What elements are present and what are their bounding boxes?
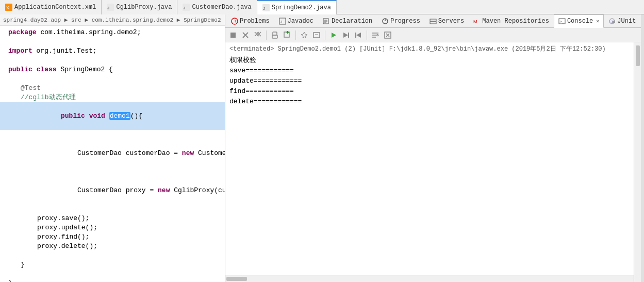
code-line-highlighted: public void demo1(){ bbox=[0, 102, 225, 130]
svg-rect-31 bbox=[273, 32, 277, 35]
console-header-text: <terminated> SpringDemo2.demo1 (2) [JUni… bbox=[229, 44, 630, 53]
junit-icon: JU bbox=[608, 18, 616, 25]
remove-all-button[interactable] bbox=[252, 29, 263, 41]
console-wrapper: <terminated> SpringDemo2.demo1 (2) [JUni… bbox=[225, 42, 641, 282]
console-output: 权限校验 save============ update============… bbox=[229, 55, 630, 107]
word-wrap-button[interactable] bbox=[370, 29, 381, 41]
code-line: package com.itheima.spring.demo2; bbox=[0, 28, 225, 37]
code-line bbox=[0, 74, 225, 84]
svg-marker-39 bbox=[332, 33, 336, 38]
toolbar-separator bbox=[266, 30, 267, 40]
code-line: proxy.update(); bbox=[0, 223, 225, 232]
java-icon-2: J bbox=[183, 4, 190, 11]
console-line-1: 权限校验 bbox=[229, 55, 630, 66]
tab-applicationContext[interactable]: X ApplicationContext.xml bbox=[0, 0, 102, 14]
remove-all-icon bbox=[254, 31, 262, 39]
vertical-scrollbar[interactable] bbox=[634, 42, 641, 282]
svg-text:JU: JU bbox=[610, 20, 616, 24]
new-console-button[interactable] bbox=[282, 29, 293, 41]
toolbar-separator-4 bbox=[367, 30, 367, 40]
code-line bbox=[0, 37, 225, 46]
new-console-icon bbox=[283, 31, 291, 39]
open-console-icon bbox=[312, 31, 321, 39]
svg-rect-17 bbox=[430, 19, 436, 21]
svg-rect-24 bbox=[230, 33, 236, 38]
eclipse-tab-bar: ! Problems J Javadoc Declaration bbox=[225, 14, 641, 28]
svg-marker-40 bbox=[343, 33, 348, 38]
pin-console-button[interactable] bbox=[299, 29, 310, 41]
tab-javadoc[interactable]: J Javadoc bbox=[274, 14, 318, 28]
code-line: //cglib动态代理 bbox=[0, 93, 225, 102]
open-console-button[interactable] bbox=[311, 29, 322, 41]
tab-springDemo2[interactable]: J SpringDemo2.java bbox=[257, 0, 337, 14]
run-last-icon bbox=[329, 31, 338, 39]
svg-text:J: J bbox=[263, 6, 265, 11]
code-line: } bbox=[0, 279, 225, 282]
svg-marker-36 bbox=[301, 32, 307, 38]
console-line-2: save============ bbox=[229, 66, 630, 76]
svg-rect-32 bbox=[272, 35, 277, 38]
xml-icon: X bbox=[5, 4, 12, 11]
svg-text:J: J bbox=[183, 6, 185, 10]
svg-text:J: J bbox=[280, 20, 283, 24]
svg-text:X: X bbox=[6, 5, 9, 10]
word-wrap-icon bbox=[371, 31, 379, 39]
code-area[interactable]: package com.itheima.spring.demo2; import… bbox=[0, 26, 225, 282]
v-scrollbar-thumb[interactable] bbox=[636, 45, 640, 66]
backward-button[interactable] bbox=[353, 29, 364, 41]
editor-tab-bar: X ApplicationContext.xml J CglibProxy.ja… bbox=[0, 0, 644, 14]
code-line: import org.junit.Test; bbox=[0, 46, 225, 56]
servers-icon bbox=[430, 18, 437, 25]
tab-declaration[interactable]: Declaration bbox=[318, 14, 377, 28]
h-scrollbar-thumb[interactable] bbox=[226, 277, 247, 281]
main-area: spring4_day02_aop ▶ src ▶ com.itheima.sp… bbox=[0, 14, 644, 282]
svg-rect-18 bbox=[430, 22, 436, 24]
tab-problems[interactable]: ! Problems bbox=[226, 14, 274, 28]
backward-icon bbox=[354, 31, 362, 39]
code-line: } bbox=[0, 260, 225, 270]
scroll-lock-button[interactable] bbox=[269, 29, 280, 41]
tab-cglibProxy[interactable]: J CglibProxy.java bbox=[102, 0, 177, 14]
console-area[interactable]: <terminated> SpringDemo2.demo1 (2) [JUni… bbox=[225, 42, 634, 275]
console-line-4: find============ bbox=[229, 86, 630, 97]
toolbar-separator-2 bbox=[295, 30, 296, 40]
pin-icon bbox=[300, 31, 308, 39]
tab-servers[interactable]: Servers bbox=[425, 14, 469, 28]
forward-button[interactable] bbox=[340, 29, 352, 41]
run-last-button[interactable] bbox=[328, 29, 339, 41]
tab-maven[interactable]: M Maven Repositories bbox=[469, 14, 554, 28]
code-line bbox=[0, 205, 225, 214]
svg-text:J: J bbox=[107, 6, 109, 10]
console-icon: >_ bbox=[558, 18, 566, 25]
svg-marker-42 bbox=[356, 33, 361, 38]
stop-button[interactable] bbox=[227, 29, 239, 41]
horizontal-scrollbar[interactable] bbox=[225, 275, 634, 282]
svg-rect-37 bbox=[313, 33, 320, 38]
code-line: proxy.save(); bbox=[0, 214, 225, 223]
clear-console-icon bbox=[384, 31, 392, 39]
console-main: <terminated> SpringDemo2.demo1 (2) [JUni… bbox=[225, 42, 634, 282]
svg-text:M: M bbox=[473, 19, 477, 24]
code-line bbox=[0, 130, 225, 139]
console-toolbar bbox=[225, 28, 641, 42]
tab-junit[interactable]: JU JUnit bbox=[604, 14, 640, 28]
tab-console[interactable]: >_ Console ✕ bbox=[554, 14, 604, 28]
clear-console-button[interactable] bbox=[382, 29, 393, 41]
tab-customerDao[interactable]: J CustomerDao.java bbox=[177, 0, 257, 14]
declaration-icon bbox=[323, 18, 330, 25]
code-line: @Test bbox=[0, 84, 225, 93]
code-line: CustomerDao proxy = new CglibProxy(custo… bbox=[0, 177, 225, 205]
svg-text:!: ! bbox=[234, 20, 237, 25]
maven-icon: M bbox=[473, 18, 481, 25]
svg-text:>_: >_ bbox=[559, 20, 564, 24]
console-line-3: update============ bbox=[229, 76, 630, 86]
java-icon-1: J bbox=[107, 4, 114, 11]
code-line: proxy.find(); bbox=[0, 232, 225, 242]
remove-terminated-button[interactable] bbox=[240, 29, 251, 41]
right-panel: ! Problems J Javadoc Declaration bbox=[225, 14, 641, 282]
code-line bbox=[0, 270, 225, 279]
tab-progress[interactable]: Progress bbox=[377, 14, 425, 28]
console-close-icon[interactable]: ✕ bbox=[596, 18, 599, 24]
stop-icon bbox=[229, 31, 237, 39]
code-line: CustomerDao customerDao = new CustomerDa… bbox=[0, 139, 225, 167]
